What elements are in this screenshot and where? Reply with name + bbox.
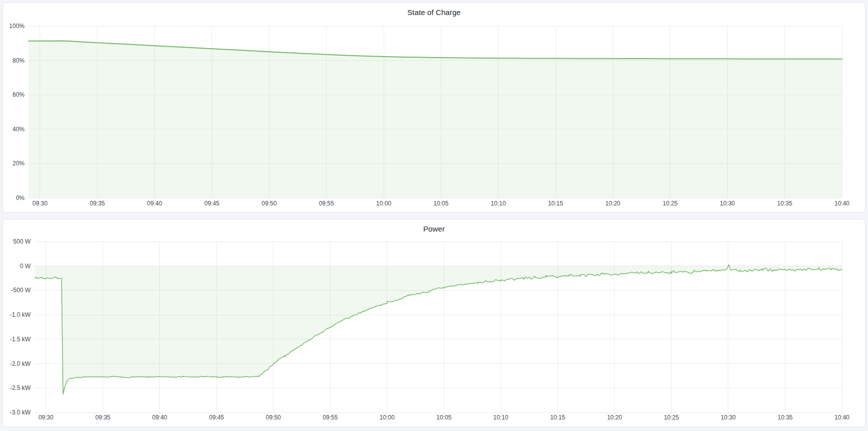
x-tick-label: 09:50 xyxy=(266,414,281,421)
y-tick-label: 0 W xyxy=(20,263,31,270)
x-tick-label: 10:00 xyxy=(376,200,391,207)
x-tick-label: 10:30 xyxy=(721,414,736,421)
x-tick-label: 10:05 xyxy=(436,414,451,421)
x-tick-label: 10:10 xyxy=(493,414,508,421)
y-tick-label: 60% xyxy=(13,91,25,98)
y-tick-label: 0% xyxy=(16,194,25,201)
panel-state-of-charge: State of Charge 09:3009:3509:4009:4509:5… xyxy=(3,3,865,212)
x-tick-label: 10:00 xyxy=(380,414,395,421)
x-tick-label: 10:10 xyxy=(491,200,506,207)
x-tick-label: 10:05 xyxy=(433,200,448,207)
x-tick-label: 10:20 xyxy=(606,200,621,207)
x-tick-label: 10:40 xyxy=(834,414,849,421)
x-tick-label: 10:25 xyxy=(664,414,679,421)
y-tick-label: -500 W xyxy=(11,287,31,294)
y-tick-label: -2.5 kW xyxy=(10,384,31,391)
power-chart-canvas[interactable]: 09:3009:3509:4009:4509:5009:5510:0010:05… xyxy=(3,220,865,426)
x-tick-label: 10:30 xyxy=(720,200,735,207)
x-tick-label: 09:40 xyxy=(147,200,162,207)
series xyxy=(35,265,842,394)
y-axis-labels: 500 W0 W-500 W-1.0 kW-1.5 kW-2.0 kW-2.5 … xyxy=(10,238,31,416)
dashboard: State of Charge 09:3009:3509:4009:4509:5… xyxy=(0,0,868,429)
panel-power: Power 09:3009:3509:4009:4509:5009:5510:0… xyxy=(3,219,865,427)
x-tick-label: 10:15 xyxy=(548,200,563,207)
series-area xyxy=(35,265,842,394)
x-tick-label: 09:55 xyxy=(319,200,334,207)
y-tick-label: -2.0 kW xyxy=(10,360,31,367)
y-tick-label: 500 W xyxy=(13,238,31,245)
x-tick-label: 10:15 xyxy=(550,414,565,421)
x-tick-label: 10:35 xyxy=(777,414,792,421)
x-tick-label: 09:45 xyxy=(209,414,224,421)
y-tick-label: -1.0 kW xyxy=(10,311,31,318)
y-tick-label: 80% xyxy=(13,57,25,64)
x-tick-label: 09:30 xyxy=(33,200,48,207)
x-tick-label: 09:45 xyxy=(204,200,219,207)
y-tick-label: 100% xyxy=(9,23,25,30)
x-axis-labels: 09:3009:3509:4009:4509:5009:5510:0010:05… xyxy=(33,200,849,207)
series xyxy=(29,41,842,198)
x-tick-label: 09:55 xyxy=(323,414,338,421)
y-tick-label: -1.5 kW xyxy=(10,336,31,343)
y-tick-label: -3.0 kW xyxy=(10,409,31,416)
x-tick-label: 09:35 xyxy=(90,200,105,207)
y-axis-labels: 100%80%60%40%20%0% xyxy=(9,23,25,201)
y-tick-label: 40% xyxy=(13,126,25,133)
x-tick-label: 09:30 xyxy=(39,414,54,421)
x-tick-label: 10:35 xyxy=(777,200,792,207)
y-tick-label: 20% xyxy=(13,160,25,167)
x-axis-labels: 09:3009:3509:4009:4509:5009:5510:0010:05… xyxy=(39,414,850,421)
x-tick-label: 09:40 xyxy=(152,414,167,421)
series-area xyxy=(29,41,842,198)
state-of-charge-chart-canvas[interactable]: 09:3009:3509:4009:4509:5009:5510:0010:05… xyxy=(3,3,865,212)
x-tick-label: 10:20 xyxy=(607,414,622,421)
x-tick-label: 10:25 xyxy=(663,200,678,207)
x-tick-label: 09:35 xyxy=(95,414,110,421)
x-tick-label: 09:50 xyxy=(261,200,276,207)
x-tick-label: 10:40 xyxy=(834,200,849,207)
